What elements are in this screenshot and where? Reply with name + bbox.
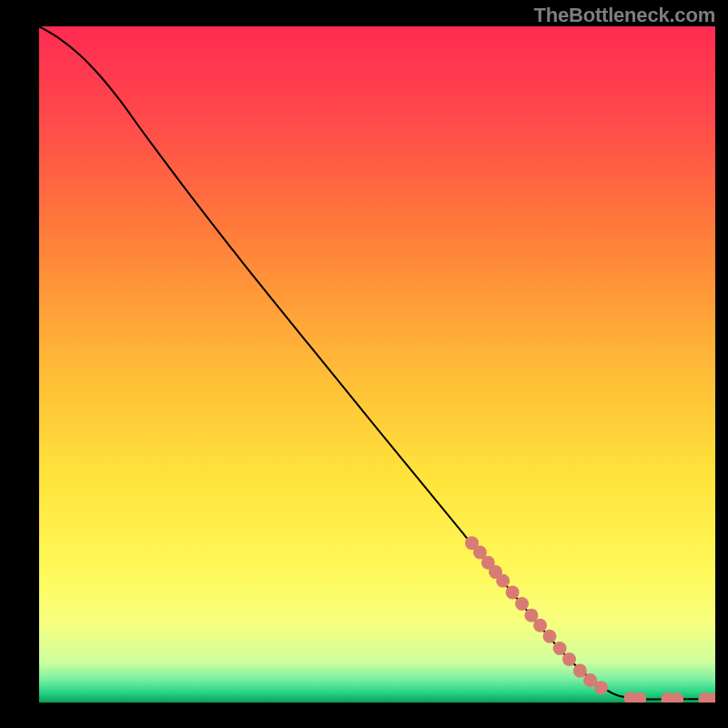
chart-svg: [39, 26, 715, 703]
highlight-dot: [533, 619, 547, 632]
watermark-text: TheBottleneck.com: [533, 4, 715, 27]
chart-plot-area: [39, 26, 715, 703]
highlight-dot: [594, 681, 608, 694]
highlight-dot: [542, 630, 556, 643]
highlight-dot: [506, 585, 520, 599]
highlight-dot: [553, 642, 567, 655]
highlight-dot: [496, 574, 510, 588]
highlight-dot: [515, 597, 529, 611]
chart-frame: TheBottleneck.com: [0, 0, 728, 728]
highlight-dot: [562, 652, 576, 666]
highlight-dot: [573, 664, 587, 678]
